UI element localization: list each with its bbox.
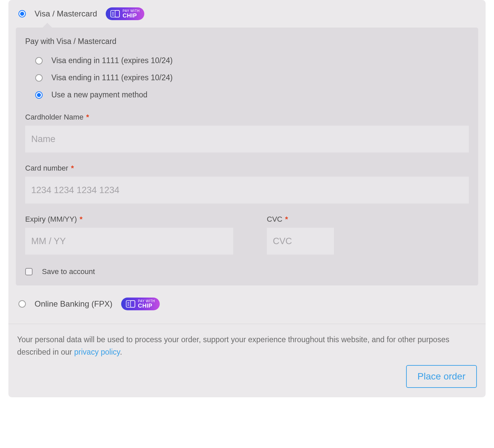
place-order-button[interactable]: Place order — [406, 365, 477, 388]
chip-line1: PAY WITH — [122, 9, 140, 13]
card-fields: Cardholder Name * Card number * Expiry (… — [25, 113, 469, 255]
privacy-policy-link[interactable]: privacy policy — [74, 348, 120, 356]
card-number-field: Card number * — [25, 164, 469, 204]
cardholder-input[interactable] — [25, 126, 469, 152]
save-to-account-row[interactable]: Save to account — [25, 267, 469, 276]
new-payment-method-option[interactable]: Use a new payment method — [35, 90, 469, 99]
payment-method-fpx-row[interactable]: Online Banking (FPX) PAY WITH CHIP — [8, 293, 486, 318]
pay-with-chip-badge: PAY WITH CHIP — [121, 298, 160, 310]
payment-method-fpx-label: Online Banking (FPX) — [35, 299, 112, 309]
saved-card-label: Visa ending in 1111 (expires 10/24) — [51, 56, 172, 65]
cvc-input[interactable] — [267, 228, 334, 255]
cvc-label: CVC * — [267, 215, 469, 224]
card-number-label: Card number * — [25, 164, 469, 173]
expiry-input[interactable] — [25, 228, 233, 255]
saved-card-list: Visa ending in 1111 (expires 10/24) Visa… — [25, 56, 469, 99]
card-number-input[interactable] — [25, 177, 469, 204]
expiry-label-text: Expiry (MM/YY) — [25, 215, 77, 223]
required-marker: * — [285, 215, 288, 223]
cardholder-label-text: Cardholder Name — [25, 113, 84, 121]
chip-line2: CHIP — [138, 303, 155, 309]
chip-icon — [110, 10, 120, 17]
saved-card-option[interactable]: Visa ending in 1111 (expires 10/24) — [35, 56, 469, 65]
privacy-text: Your personal data will be used to proce… — [8, 324, 486, 358]
payment-method-card-row[interactable]: Visa / Mastercard PAY WITH CHIP — [8, 0, 486, 28]
required-marker: * — [86, 113, 89, 121]
saved-card-option[interactable]: Visa ending in 1111 (expires 10/24) — [35, 73, 469, 82]
cardholder-label: Cardholder Name * — [25, 113, 469, 122]
payment-method-card-label: Visa / Mastercard — [35, 9, 97, 18]
required-marker: * — [71, 164, 74, 172]
svg-rect-1 — [115, 10, 119, 17]
expiry-label: Expiry (MM/YY) * — [25, 215, 233, 224]
cvc-field: CVC * — [267, 215, 469, 255]
card-subpanel-header: Pay with Visa / Mastercard — [25, 37, 469, 46]
new-payment-method-radio[interactable] — [35, 91, 43, 99]
saved-card-radio[interactable] — [35, 74, 43, 82]
card-subpanel: Pay with Visa / Mastercard Visa ending i… — [16, 28, 478, 285]
chip-icon — [126, 300, 135, 308]
saved-card-label: Visa ending in 1111 (expires 10/24) — [51, 73, 172, 82]
payment-panel: Visa / Mastercard PAY WITH CHIP Pay with… — [8, 0, 486, 397]
save-to-account-checkbox[interactable] — [25, 268, 33, 275]
new-payment-method-label: Use a new payment method — [51, 90, 147, 99]
cardholder-field: Cardholder Name * — [25, 113, 469, 152]
saved-card-radio[interactable] — [35, 57, 43, 64]
chip-line2: CHIP — [122, 13, 140, 18]
cvc-label-text: CVC — [267, 215, 282, 223]
payment-method-card-radio[interactable] — [18, 10, 26, 17]
expiry-field: Expiry (MM/YY) * — [25, 215, 233, 255]
privacy-text-after: . — [120, 348, 122, 356]
payment-method-fpx-radio[interactable] — [18, 300, 26, 308]
required-marker: * — [80, 215, 83, 223]
card-number-label-text: Card number — [25, 164, 68, 172]
svg-rect-3 — [131, 301, 135, 307]
actions-row: Place order — [8, 358, 486, 397]
pay-with-chip-badge: PAY WITH CHIP — [106, 7, 144, 20]
save-to-account-label: Save to account — [42, 267, 95, 276]
chip-line1: PAY WITH — [138, 300, 155, 303]
